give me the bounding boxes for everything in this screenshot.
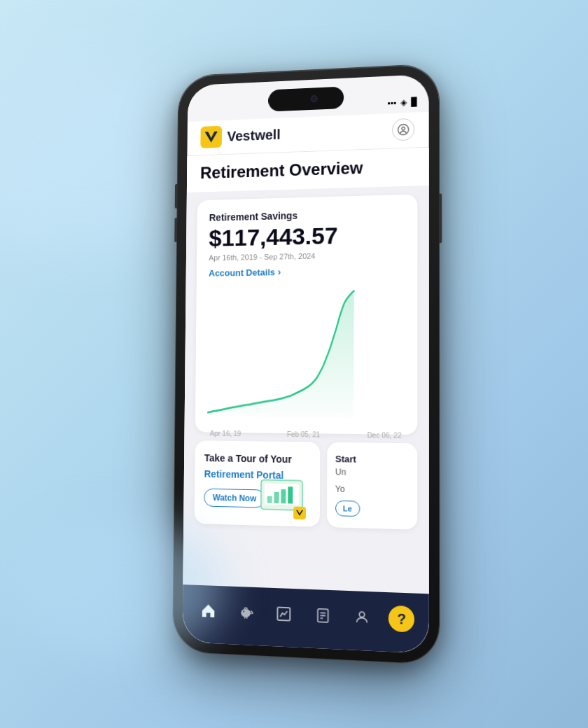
second-card-subtitle-line2: Yo <box>335 484 409 496</box>
profile-icon <box>352 607 372 628</box>
svg-rect-0 <box>200 126 222 148</box>
piggy-bank-icon <box>236 602 255 622</box>
documents-icon <box>313 606 332 626</box>
svg-rect-5 <box>267 496 272 503</box>
svg-rect-7 <box>281 489 286 503</box>
svg-point-10 <box>241 608 251 617</box>
performance-chart-icon <box>274 603 294 624</box>
account-details-link[interactable]: Account Details › <box>209 265 405 279</box>
chart-label-middle: Feb 05, 21 <box>287 430 320 439</box>
svg-rect-12 <box>244 617 245 619</box>
settings-button[interactable] <box>392 118 414 141</box>
battery-icon: ▉ <box>411 97 417 107</box>
second-card-subtitle-line1: Un <box>335 467 409 479</box>
second-card-title: Start <box>335 454 409 467</box>
help-button[interactable]: ? <box>388 606 414 633</box>
nav-documents[interactable] <box>303 605 342 626</box>
nav-home[interactable] <box>189 600 227 621</box>
help-label: ? <box>397 610 406 627</box>
vestwell-logo-icon <box>200 126 222 148</box>
svg-rect-6 <box>274 492 279 503</box>
nav-savings[interactable] <box>227 602 265 624</box>
svg-point-19 <box>359 612 364 617</box>
savings-date: Apr 16th, 2019 - Sep 27th, 2024 <box>209 251 405 262</box>
bottom-nav: ? <box>183 584 429 654</box>
cards-row: Take a Tour of Your Retirement Portal Wa… <box>194 441 417 533</box>
scroll-content: Retirement Savings $117,443.57 Apr 16th,… <box>183 186 428 594</box>
page-title-area: Retirement Overview <box>187 148 429 192</box>
account-details-label: Account Details <box>209 267 275 278</box>
phone-screen: ▪▪▪ ◈ ▉ Vestwell <box>183 74 429 654</box>
home-icon <box>199 601 218 621</box>
dynamic-island <box>268 87 344 112</box>
svg-point-1 <box>398 124 409 135</box>
brand-name: Vestwell <box>227 127 280 144</box>
savings-chart: Apr 16, 19 Feb 05, 21 Dec 06, 22 <box>207 284 405 426</box>
wifi-icon: ◈ <box>400 97 407 107</box>
status-icons: ▪▪▪ ◈ ▉ <box>387 97 417 108</box>
signal-icon: ▪▪▪ <box>387 98 396 108</box>
svg-rect-9 <box>293 507 306 520</box>
watch-now-button[interactable]: Watch Now <box>204 488 265 507</box>
savings-amount: $117,443.57 <box>209 221 405 251</box>
savings-card: Retirement Savings $117,443.57 Apr 16th,… <box>195 194 418 435</box>
app-content: ▪▪▪ ◈ ▉ Vestwell <box>183 74 429 654</box>
tour-card: Take a Tour of Your Retirement Portal Wa… <box>195 441 321 528</box>
savings-label: Retirement Savings <box>209 207 405 223</box>
svg-rect-8 <box>288 487 293 504</box>
tour-card-illustration <box>258 477 313 520</box>
nav-performance[interactable] <box>265 603 303 625</box>
chart-label-right: Dec 06, 22 <box>367 432 401 440</box>
nav-help[interactable]: ? <box>382 605 421 633</box>
volume-up-button <box>175 184 178 209</box>
second-card: Start Un Yo Le <box>327 442 418 530</box>
page-title: Retirement Overview <box>200 156 414 182</box>
phone-mockup: ▪▪▪ ◈ ▉ Vestwell <box>173 64 447 672</box>
nav-profile[interactable] <box>342 606 382 628</box>
svg-point-2 <box>402 127 405 130</box>
chart-labels: Apr 16, 19 Feb 05, 21 Dec 06, 22 <box>207 427 405 440</box>
volume-down-button <box>174 218 177 242</box>
chevron-right-icon: › <box>278 267 281 278</box>
power-button <box>439 193 442 243</box>
chart-label-left: Apr 16, 19 <box>210 430 241 438</box>
tour-card-title: Take a Tour of Your <box>204 452 310 467</box>
logo-area: Vestwell <box>200 123 280 148</box>
svg-rect-13 <box>246 617 247 619</box>
camera-dot <box>311 95 318 102</box>
learn-button[interactable]: Le <box>335 500 360 517</box>
